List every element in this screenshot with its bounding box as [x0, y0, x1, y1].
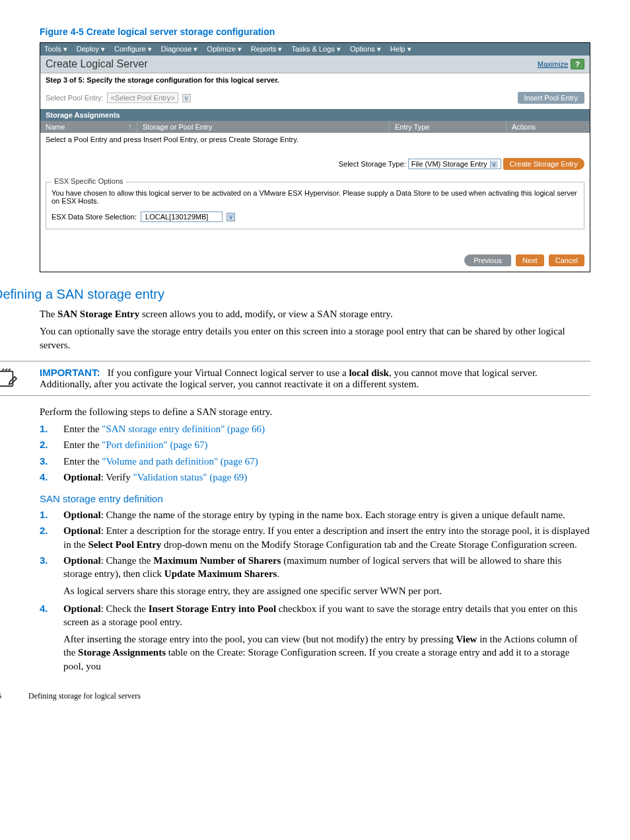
help-button[interactable]: ? — [571, 59, 584, 69]
list-item: Optional: Check the Insert Storage Entry… — [40, 602, 590, 673]
list-item: Optional: Change the Maximum Number of S… — [40, 554, 590, 598]
table-hint: Select a Pool Entry and press Insert Poo… — [40, 133, 590, 146]
note-icon — [0, 368, 17, 388]
sort-icon[interactable]: ↑ — [129, 123, 132, 131]
pool-entry-label: Select Pool Entry: — [46, 94, 103, 102]
subsection-heading: SAN storage entry definition — [40, 493, 590, 504]
wizard-buttons: Previous Next Cancel — [40, 236, 590, 272]
list-item: Enter the "SAN storage entry definition"… — [40, 422, 590, 436]
next-button[interactable]: Next — [516, 254, 544, 266]
list-item: Enter the "Port definition" (page 67) — [40, 438, 590, 451]
list-item: Optional: Enter a description for the st… — [40, 524, 590, 551]
page-title: Create Logical Server — [46, 58, 148, 70]
wizard-step-text: Step 3 of 5: Specify the storage configu… — [40, 73, 590, 87]
section-heading: Defining a SAN storage entry — [0, 287, 590, 302]
cancel-button[interactable]: Cancel — [549, 254, 584, 266]
previous-button[interactable]: Previous — [464, 254, 511, 266]
list-item-sub: After inserting the storage entry into t… — [63, 632, 590, 673]
list-item: Optional: Change the name of the storage… — [40, 508, 590, 521]
esx-legend: ESX Specific Options — [52, 177, 126, 185]
list-item: Optional: Verify "Validation status" (pa… — [40, 471, 590, 484]
xref-link[interactable]: "Port definition" (page 67) — [102, 439, 207, 450]
xref-link[interactable]: "SAN storage entry definition" (page 66) — [102, 424, 265, 434]
insert-pool-entry-button[interactable]: Insert Pool Entry — [518, 92, 584, 104]
menu-diagnose[interactable]: Diagnose ▾ — [161, 45, 198, 54]
create-storage-entry-button[interactable]: Create Storage Entry — [503, 158, 584, 170]
esx-description: You have chosen to allow this logical se… — [52, 189, 578, 205]
chevron-down-icon[interactable]: v — [227, 213, 235, 221]
menubar: Tools ▾ Deploy ▾ Configure ▾ Diagnose ▾ … — [40, 43, 590, 56]
list-item-sub: As logical servers share this storage en… — [63, 584, 590, 597]
col-storage-or-pool[interactable]: Storage or Pool Entry — [137, 121, 390, 133]
steps-list-1: Enter the "SAN storage entry definition"… — [40, 422, 590, 484]
pool-entry-select[interactable]: <Select Pool Entry> — [107, 93, 178, 103]
important-label: IMPORTANT: — [40, 367, 100, 378]
pool-entry-row: Select Pool Entry: <Select Pool Entry> v… — [40, 87, 590, 109]
body-paragraph: You can optionally save the storage entr… — [40, 325, 590, 352]
chapter-title: Defining storage for logical servers — [28, 691, 141, 701]
esx-datastore-select[interactable]: LOCAL[130129MB] — [141, 211, 223, 222]
col-entry-type[interactable]: Entry Type — [390, 121, 507, 133]
menu-configure[interactable]: Configure ▾ — [114, 45, 152, 54]
figure-title: Figure 4-5 Create logical server storage… — [40, 26, 590, 37]
esx-datastore-label: ESX Data Store Selection: — [52, 213, 137, 221]
xref-link[interactable]: "Volume and path definition" (page 67) — [102, 456, 258, 467]
steps-list-2: Optional: Change the name of the storage… — [40, 508, 590, 673]
xref-link[interactable]: "Validation status" (page 69) — [133, 472, 248, 482]
menu-optimize[interactable]: Optimize ▾ — [207, 45, 241, 54]
storage-assignments-header: Storage Assignments — [40, 109, 590, 121]
chevron-down-icon[interactable]: v — [182, 94, 191, 102]
body-paragraph: Perform the following steps to define a … — [40, 405, 590, 418]
menu-help[interactable]: Help ▾ — [390, 45, 411, 54]
menu-tasks-logs[interactable]: Tasks & Logs ▾ — [291, 45, 340, 54]
page-number: 66 — [0, 691, 26, 701]
list-item: Enter the "Volume and path definition" (… — [40, 455, 590, 468]
esx-options-group: ESX Specific Options You have chosen to … — [46, 182, 584, 229]
menu-deploy[interactable]: Deploy ▾ — [77, 45, 105, 54]
menu-reports[interactable]: Reports ▾ — [251, 45, 283, 54]
menu-options[interactable]: Options ▾ — [350, 45, 381, 54]
storage-type-label: Select Storage Type: — [339, 160, 406, 168]
titlebar: Create Logical Server Maximize ? — [40, 56, 590, 73]
table-header-row: Name↑ Storage or Pool Entry Entry Type A… — [40, 121, 590, 133]
screenshot-container: Tools ▾ Deploy ▾ Configure ▾ Diagnose ▾ … — [40, 42, 590, 272]
storage-type-select[interactable]: File (VM) Storage Entryv — [408, 159, 501, 169]
body-paragraph: The SAN Storage Entry screen allows you … — [40, 307, 590, 321]
page-footer: 66 Defining storage for logical servers — [0, 691, 590, 701]
chevron-down-icon[interactable]: v — [490, 161, 498, 168]
maximize-link[interactable]: Maximize — [538, 60, 568, 68]
col-name[interactable]: Name↑ — [40, 121, 137, 133]
menu-tools[interactable]: Tools ▾ — [44, 45, 67, 54]
storage-type-row: Select Storage Type: File (VM) Storage E… — [40, 146, 590, 179]
col-actions[interactable]: Actions — [507, 121, 590, 133]
important-note: IMPORTANT: If you configure your Virtual… — [0, 361, 590, 396]
